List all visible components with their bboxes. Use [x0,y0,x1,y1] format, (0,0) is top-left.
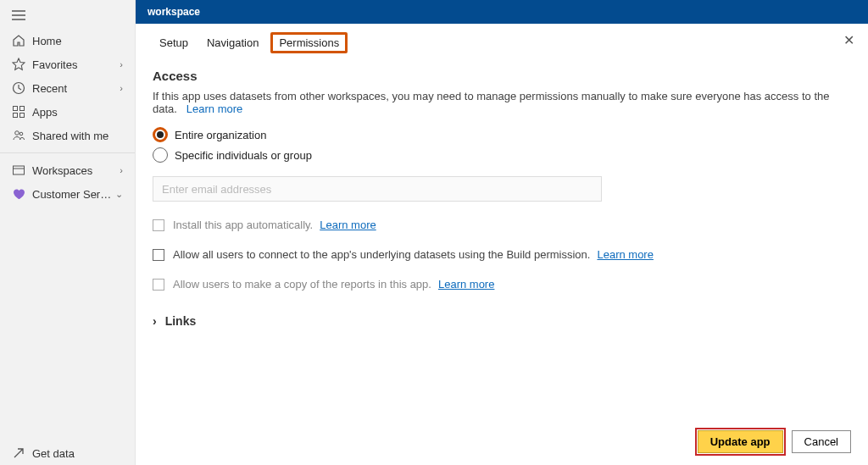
learn-more-link[interactable]: Learn more [186,102,242,115]
sidebar-item-favorites[interactable]: Favorites › [0,53,135,76]
radio-icon [153,127,168,142]
people-icon [12,129,25,142]
app-heart-icon [12,187,25,201]
radio-entire-org[interactable]: Entire organization [153,127,851,142]
chevron-right-icon: › [120,165,123,175]
sidebar-item-workspaces[interactable]: Workspaces › [0,158,135,182]
check-copy-reports[interactable]: Allow users to make a copy of the report… [153,278,851,291]
sidebar-item-label: Workspaces [32,164,120,177]
sidebar-item-label: Favorites [32,58,120,71]
tab-setup[interactable]: Setup [153,33,195,53]
apps-icon [12,105,25,119]
chevron-right-icon: › [120,83,123,93]
tabs-row: Setup Navigation Permissions ✕ [136,24,868,55]
sidebar-item-apps[interactable]: Apps [0,100,135,124]
tab-permissions[interactable]: Permissions [270,32,348,53]
learn-more-link[interactable]: Learn more [320,219,376,231]
radio-label: Entire organization [175,129,266,141]
sidebar-item-label: Recent [32,82,120,95]
learn-more-link[interactable]: Learn more [438,278,494,291]
access-description: If this app uses datasets from other wor… [153,90,851,115]
radio-specific[interactable]: Specific individuals or group [153,147,851,163]
chevron-down-icon: ⌄ [115,189,123,200]
radio-label: Specific individuals or group [175,149,312,162]
chevron-right-icon: › [120,59,123,69]
star-icon [12,58,25,71]
footer-buttons: Update app Cancel [698,430,851,453]
check-build-permission[interactable]: Allow all users to connect to the app's … [153,248,851,261]
sidebar-get-data[interactable]: Get data [0,441,135,465]
main-panel: workspace Setup Navigation Permissions ✕… [136,0,868,465]
hamburger-icon [12,10,25,20]
close-button[interactable]: ✕ [843,32,854,48]
tab-navigation[interactable]: Navigation [200,33,265,53]
svg-point-5 [15,131,19,136]
check-label: Install this app automatically. [173,219,313,231]
sidebar-item-label: Home [32,35,123,47]
workspace-title: workspace [147,6,200,18]
sidebar-item-label: Shared with me [32,130,123,142]
svg-rect-2 [20,107,25,111]
radio-icon [153,147,168,163]
svg-rect-1 [14,107,18,111]
sidebar: Home Favorites › Recent › Apps Shared wi… [0,0,136,465]
learn-more-link[interactable]: Learn more [597,248,653,261]
check-label: Allow all users to connect to the app's … [173,248,590,261]
home-icon [12,34,25,47]
check-label: Allow users to make a copy of the report… [173,278,431,291]
sidebar-item-recent[interactable]: Recent › [0,76,135,100]
content-area: Access If this app uses datasets from ot… [136,55,868,341]
update-app-button[interactable]: Update app [698,430,783,453]
clock-icon [12,81,25,95]
titlebar: workspace [136,0,868,24]
checkbox-icon [153,219,164,231]
sidebar-item-label: Apps [32,106,123,119]
workspace-icon [12,163,25,177]
check-install-auto[interactable]: Install this app automatically. Learn mo… [153,219,851,231]
cancel-button[interactable]: Cancel [792,430,851,453]
sidebar-item-home[interactable]: Home [0,29,135,53]
sidebar-item-customer-service[interactable]: Customer Service A... ⌄ [0,182,135,206]
links-label: Links [165,314,197,328]
arrow-upright-icon [12,446,25,460]
svg-point-6 [19,132,23,136]
checkbox-icon [153,279,164,291]
sidebar-item-shared[interactable]: Shared with me [0,124,135,147]
sidebar-item-label: Customer Service A... [32,188,115,201]
divider [0,152,135,153]
links-expander[interactable]: › Links [153,314,851,328]
chevron-right-icon: › [153,314,157,328]
access-heading: Access [153,69,851,83]
svg-rect-3 [14,113,18,118]
email-input[interactable] [153,176,602,202]
svg-rect-4 [20,113,25,118]
checkbox-icon [153,249,164,261]
hamburger-menu[interactable] [0,7,135,29]
sidebar-item-label: Get data [32,447,123,460]
svg-rect-7 [14,166,25,174]
